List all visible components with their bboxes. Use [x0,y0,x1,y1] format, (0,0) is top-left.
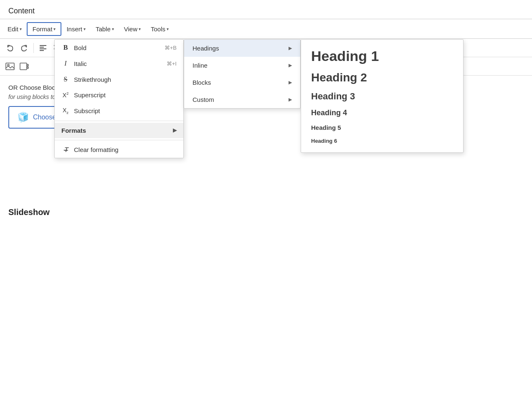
heading-2-item[interactable]: Heading 2 [301,68,463,88]
table-caret-icon: ▾ [112,27,114,31]
slideshow-label: Slideshow [0,201,532,224]
svg-rect-30 [6,63,14,70]
menu-item-edit[interactable]: Edit ▾ [3,23,27,35]
format-divider-1 [55,121,183,121]
formats-custom-item[interactable]: Custom ▶ [184,91,300,108]
format-superscript-item[interactable]: X2 Superscript [55,87,183,103]
format-subscript-item[interactable]: Xz Subscript [55,103,183,119]
tools-caret-icon: ▾ [167,27,169,31]
heading-5-item[interactable]: Heading 5 [301,121,463,134]
format-caret-icon: ▾ [53,27,56,31]
blocks-arrow-icon: ▶ [289,80,292,85]
clear-formatting-icon: T̶ [61,146,70,154]
toolbar-sep-1 [33,43,34,53]
align-left-icon [39,44,47,52]
redo-icon [20,44,28,52]
heading-1-item[interactable]: Heading 1 [301,45,463,68]
format-divider-2 [55,140,183,140]
menu-item-view[interactable]: View ▾ [119,23,146,35]
heading-6-item[interactable]: Heading 6 [301,134,463,147]
choose-block-icon: 🧊 [18,112,29,123]
svg-rect-3 [40,50,44,51]
format-bold-item[interactable]: B Bold ⌘+B [55,40,183,56]
menu-item-table[interactable]: Table ▾ [91,23,119,35]
image-icon [5,63,15,70]
menu-item-tools[interactable]: Tools ▾ [146,23,174,35]
svg-rect-2 [40,48,46,49]
formats-headings-item[interactable]: Headings ▶ [184,40,300,57]
strikethrough-icon: S [61,76,70,83]
bold-icon: B [61,44,70,51]
media-icon [20,63,29,70]
menu-item-insert[interactable]: Insert ▾ [61,23,91,35]
format-clear-item[interactable]: T̶ Clear formatting [55,142,183,158]
svg-rect-33 [27,64,28,66]
align-left-button[interactable] [36,41,50,55]
media-button[interactable] [18,60,31,73]
formats-blocks-item[interactable]: Blocks ▶ [184,74,300,91]
edit-caret-icon: ▾ [20,27,22,31]
view-caret-icon: ▾ [139,27,141,31]
formats-arrow-icon: ▶ [173,127,177,133]
inline-arrow-icon: ▶ [289,63,292,68]
svg-rect-0 [40,45,46,46]
format-italic-item[interactable]: I Italic ⌘+I [55,56,183,71]
formats-inline-item[interactable]: Inline ▶ [184,57,300,74]
format-formats-item[interactable]: Formats ▶ [55,123,183,138]
custom-arrow-icon: ▶ [289,97,292,102]
headings-arrow-icon: ▶ [289,46,292,51]
heading-4-item[interactable]: Heading 4 [301,105,463,121]
svg-rect-34 [27,67,28,68]
undo-button[interactable] [3,41,17,55]
insert-caret-icon: ▾ [84,27,86,31]
undo-icon [6,44,14,52]
subscript-icon: Xz [61,107,70,115]
heading-3-item[interactable]: Heading 3 [301,88,463,105]
redo-button[interactable] [18,41,31,55]
superscript-icon: X2 [61,91,70,99]
svg-rect-1 [40,47,44,48]
headings-submenu: Heading 1 Heading 2 Heading 3 Heading 4 … [301,39,464,153]
format-strikethrough-item[interactable]: S Strikethrough [55,71,183,87]
page-title: Content [0,0,532,19]
svg-rect-32 [20,63,27,70]
formats-submenu: Headings ▶ Inline ▶ Blocks ▶ Custom ▶ [184,39,301,109]
italic-icon: I [61,60,70,67]
menu-item-format[interactable]: Format ▾ [27,22,62,36]
image-button[interactable] [3,60,17,73]
menu-bar: Edit ▾ Format ▾ Insert ▾ Table ▾ View ▾ … [0,19,532,39]
format-dropdown: B Bold ⌘+B I Italic ⌘+I S Strikethrough [54,39,184,158]
